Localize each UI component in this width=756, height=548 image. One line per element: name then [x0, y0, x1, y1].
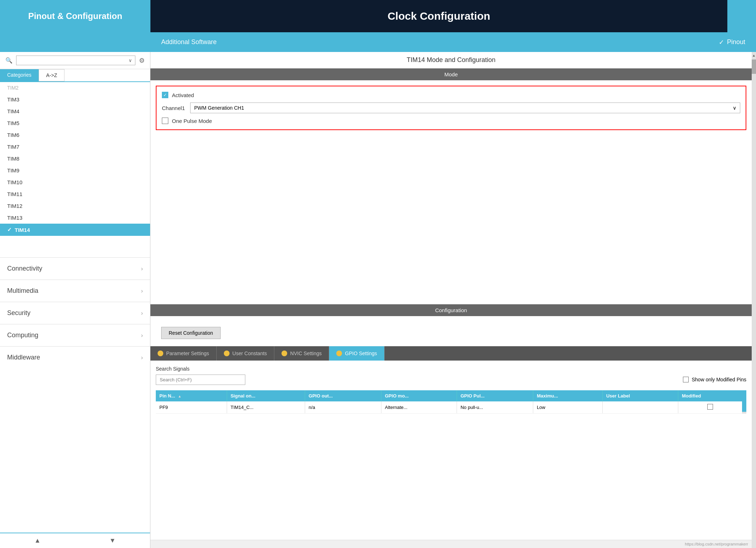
sidebar-item-tim5[interactable]: TIM5	[0, 117, 150, 129]
gpio-content: Search Signals Show only Modified Pins P…	[150, 361, 752, 540]
cell-gpio-mode: Alternate...	[381, 401, 457, 414]
pinout-link[interactable]: ✓ Pinout	[719, 38, 745, 46]
search-signals-label: Search Signals	[156, 366, 746, 372]
config-section-header: Configuration	[150, 304, 752, 316]
table-scrollbar[interactable]	[742, 390, 746, 414]
one-pulse-label: One Pulse Mode	[172, 118, 212, 124]
channel1-dropdown-icon: ∨	[733, 105, 736, 111]
sub-header: Additional Software ✓ Pinout	[0, 32, 756, 52]
channel1-select[interactable]: PWM Generation CH1 ∨	[190, 103, 740, 113]
tab-parameter-settings[interactable]: Parameter Settings	[150, 346, 217, 361]
search-field[interactable]	[19, 58, 129, 63]
connectivity-label: Connectivity	[7, 265, 42, 272]
mode-section-header: Mode	[150, 68, 752, 80]
scroll-thumb[interactable]	[752, 59, 756, 74]
channel1-row: Channel1 PWM Generation CH1 ∨	[162, 103, 740, 113]
sidebar-item-tim12[interactable]: TIM12	[0, 200, 150, 212]
cell-pin: PF9	[156, 401, 227, 414]
scrollbar-thumb[interactable]	[742, 390, 746, 412]
sidebar-item-tim6[interactable]: TIM6	[0, 129, 150, 141]
az-label: A->Z	[46, 72, 57, 78]
sidebar-item-tim11[interactable]: TIM11	[0, 188, 150, 200]
tab-categories[interactable]: Categories	[0, 69, 39, 81]
activated-row: ✓ Activated	[162, 92, 740, 98]
modified-checkbox[interactable]	[707, 404, 713, 410]
connectivity-chevron-icon: ›	[141, 266, 143, 272]
scroll-up-arrow[interactable]: ▲	[752, 52, 756, 59]
signals-search-input[interactable]	[156, 375, 245, 385]
computing-label: Computing	[7, 332, 38, 339]
gpio-settings-dot	[336, 351, 342, 356]
spacer	[150, 135, 752, 304]
sidebar: 🔍 ∨ ⚙ Categories A->Z TIM2 TIM3	[0, 52, 150, 548]
sub-header-left	[0, 32, 150, 52]
security-section[interactable]: Security ›	[0, 302, 150, 324]
cell-max: Low	[533, 401, 602, 414]
checkmark-icon: ✓	[719, 38, 724, 46]
mode-section: ✓ Activated Channel1 PWM Generation CH1 …	[156, 86, 746, 130]
sidebar-section-security: Security ›	[0, 302, 150, 324]
user-constants-label: User Constants	[232, 351, 267, 356]
col-modified: Modified	[678, 390, 742, 401]
header-clock: Clock Configuration	[150, 0, 727, 32]
main-content: 🔍 ∨ ⚙ Categories A->Z TIM2 TIM3	[0, 52, 756, 548]
sidebar-list: TIM2 TIM3 TIM4 TIM5 TIM6 TIM7 TIM8 TIM9 …	[0, 82, 150, 533]
tab-bar: Categories A->Z	[0, 69, 150, 82]
middleware-section[interactable]: Middleware ›	[0, 347, 150, 368]
cell-user-label	[602, 401, 678, 414]
user-constants-dot	[224, 351, 230, 356]
sidebar-item-tim9[interactable]: TIM9	[0, 165, 150, 176]
computing-section[interactable]: Computing ›	[0, 324, 150, 346]
sidebar-up-button[interactable]: ▲	[0, 533, 75, 548]
header-pinout: Pinout & Configuration	[0, 0, 150, 32]
tab-gpio-settings[interactable]: GPIO Settings	[329, 346, 384, 361]
show-modified-checkbox[interactable]	[683, 377, 689, 382]
sidebar-item-tim13[interactable]: TIM13	[0, 212, 150, 224]
sidebar-item-tim14[interactable]: TIM14	[0, 224, 150, 236]
sidebar-section-computing: Computing ›	[0, 324, 150, 346]
activated-checkbox[interactable]: ✓	[162, 92, 168, 98]
search-input-box[interactable]: ∨	[16, 56, 135, 65]
cell-signal: TIM14_C...	[227, 401, 305, 414]
sub-header-right: Additional Software ✓ Pinout	[150, 32, 756, 52]
computing-chevron-icon: ›	[141, 332, 143, 339]
signals-search-row: Show only Modified Pins	[156, 375, 746, 385]
col-max: Maximu...	[533, 390, 602, 401]
gpio-settings-label: GPIO Settings	[345, 351, 377, 356]
channel1-label: Channel1	[162, 105, 185, 111]
col-signal: Signal on...	[227, 390, 305, 401]
reset-config-button[interactable]: Reset Configuration	[161, 327, 221, 339]
one-pulse-checkbox[interactable]	[162, 118, 168, 124]
multimedia-section[interactable]: Multimedia ›	[0, 280, 150, 302]
col-gpio-mode: GPIO mo...	[381, 390, 457, 401]
nvic-settings-label: NVIC Settings	[290, 351, 322, 356]
activated-label: Activated	[172, 92, 194, 98]
config-tabs-bar: Parameter Settings User Constants NVIC S…	[150, 346, 752, 361]
gpio-table: Pin N... ▲ Signal on... GPIO out... GPIO…	[156, 390, 742, 414]
multimedia-label: Multimedia	[7, 287, 38, 295]
sidebar-item-tim8[interactable]: TIM8	[0, 153, 150, 165]
tab-user-constants[interactable]: User Constants	[217, 346, 274, 361]
right-scrollbar[interactable]: ▲	[752, 52, 756, 548]
tab-az[interactable]: A->Z	[39, 69, 65, 81]
connectivity-section[interactable]: Connectivity ›	[0, 258, 150, 280]
sidebar-item-tim2[interactable]: TIM2	[0, 82, 150, 94]
additional-software-link[interactable]: Additional Software	[161, 38, 217, 46]
pinout-title: Pinout & Configuration	[28, 11, 122, 21]
tab-nvic-settings[interactable]: NVIC Settings	[274, 346, 329, 361]
sidebar-down-button[interactable]: ▼	[75, 533, 150, 548]
cell-modified	[678, 401, 742, 414]
cell-gpio-pull: No pull-u...	[457, 401, 533, 414]
sidebar-item-tim4[interactable]: TIM4	[0, 105, 150, 117]
gear-icon[interactable]: ⚙	[139, 57, 145, 65]
sidebar-item-tim7[interactable]: TIM7	[0, 141, 150, 153]
table-row: PF9 TIM14_C... n/a Alternate... No pull-…	[156, 401, 742, 414]
header-right-space	[727, 0, 756, 32]
search-chevron-icon: ∨	[129, 58, 132, 63]
sidebar-item-tim10[interactable]: TIM10	[0, 176, 150, 188]
search-bar: 🔍 ∨ ⚙	[0, 52, 150, 69]
table-container: Pin N... ▲ Signal on... GPIO out... GPIO…	[156, 390, 746, 414]
sidebar-section-connectivity: Connectivity ›	[0, 257, 150, 280]
col-gpio-out: GPIO out...	[305, 390, 381, 401]
sidebar-item-tim3[interactable]: TIM3	[0, 94, 150, 105]
